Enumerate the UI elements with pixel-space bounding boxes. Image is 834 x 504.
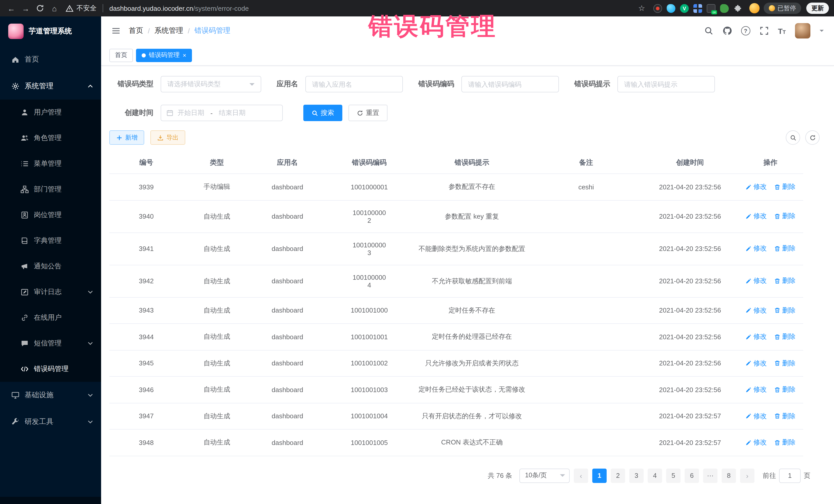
goto-page-input[interactable]	[779, 468, 800, 483]
sidebar-item-audit-logs[interactable]: 审计日志	[0, 279, 101, 305]
edit-link[interactable]: 修改	[745, 411, 767, 421]
forward-button[interactable]: →	[20, 2, 32, 14]
cell-code: 1001001003	[324, 376, 414, 403]
onetab-extension-icon[interactable]: on	[707, 4, 716, 13]
security-indicator[interactable]: 不安全	[66, 4, 96, 13]
edit-link[interactable]: 修改	[745, 212, 767, 221]
breadcrumb-home[interactable]: 首页	[129, 26, 143, 36]
paused-face-icon	[769, 5, 775, 11]
edit-link[interactable]: 修改	[745, 332, 767, 341]
code-input[interactable]	[461, 76, 559, 92]
refresh-table-button[interactable]	[805, 130, 820, 145]
tab-error-codes[interactable]: 错误码管理 ×	[136, 48, 192, 62]
update-button[interactable]: 更新	[806, 3, 829, 14]
collapse-menu-icon[interactable]	[111, 26, 120, 36]
cell-app: dashboard	[250, 429, 324, 456]
help-icon[interactable]: ?	[741, 26, 750, 36]
delete-icon	[774, 213, 781, 220]
sidebar-item-posts[interactable]: 岗位管理	[0, 202, 101, 228]
page-button-5[interactable]: 5	[666, 468, 681, 483]
more-pages-button[interactable]: ···	[703, 468, 718, 483]
check-extension-icon[interactable]: V	[680, 4, 689, 13]
edit-link[interactable]: 修改	[745, 182, 767, 192]
sidebar-item-dev-tools[interactable]: 研发工具	[0, 409, 101, 435]
edit-link[interactable]: 修改	[745, 277, 767, 286]
delete-link[interactable]: 删除	[774, 385, 795, 394]
breadcrumb-system[interactable]: 系统管理	[154, 26, 183, 36]
header-type: 类型	[183, 152, 250, 174]
sidebar-collapse-bar[interactable]	[0, 497, 101, 504]
app-input[interactable]	[305, 76, 403, 92]
delete-link[interactable]: 删除	[774, 212, 795, 221]
back-button[interactable]: ←	[5, 2, 18, 14]
show-search-button[interactable]	[786, 130, 800, 145]
page-button-6[interactable]: 6	[685, 468, 699, 483]
sidebar-item-error-codes[interactable]: 错误码管理	[0, 356, 101, 382]
header-remark: 备注	[530, 152, 642, 174]
close-tab-icon[interactable]: ×	[183, 52, 186, 58]
sidebar-item-sms[interactable]: 短信管理	[0, 330, 101, 356]
drop-extension-icon[interactable]	[667, 4, 675, 13]
tab-home[interactable]: 首页	[109, 48, 133, 62]
edit-link[interactable]: 修改	[745, 358, 767, 368]
reload-button[interactable]	[34, 2, 46, 14]
leaf-extension-icon[interactable]	[720, 4, 729, 13]
cell-actions: 修改删除	[738, 376, 803, 403]
delete-link[interactable]: 删除	[774, 306, 795, 315]
reset-button[interactable]: 重置	[349, 105, 388, 121]
page-button-3[interactable]: 3	[629, 468, 643, 483]
cell-type: 自动生成	[183, 429, 250, 456]
page-button-1[interactable]: 1	[592, 468, 607, 483]
export-button[interactable]: 导出	[150, 130, 185, 145]
delete-icon	[774, 439, 781, 446]
bookmark-star-icon[interactable]: ☆	[638, 4, 645, 13]
type-select[interactable]: 请选择错误码类型	[161, 76, 261, 92]
page-size-select[interactable]: 10条/页	[520, 468, 570, 483]
delete-link[interactable]: 删除	[774, 244, 795, 253]
font-size-icon[interactable]: TT	[778, 27, 786, 35]
paused-badge[interactable]: 已暂停	[764, 3, 801, 14]
delete-link[interactable]: 删除	[774, 277, 795, 286]
page-button-4[interactable]: 4	[648, 468, 662, 483]
delete-link[interactable]: 删除	[774, 182, 795, 192]
github-icon[interactable]	[722, 26, 731, 36]
extensions-puzzle-icon[interactable]	[733, 4, 742, 13]
date-range-picker[interactable]: 开始日期 - 结束日期	[161, 105, 283, 121]
sidebar-item-menus[interactable]: 菜单管理	[0, 151, 101, 177]
edit-link[interactable]: 修改	[745, 438, 767, 447]
sidebar-item-departments[interactable]: 部门管理	[0, 177, 101, 202]
edit-link[interactable]: 修改	[745, 244, 767, 253]
home-button[interactable]: ⌂	[48, 2, 61, 14]
cell-remark	[530, 265, 642, 297]
fullscreen-icon[interactable]	[759, 26, 769, 36]
record-extension-icon[interactable]	[653, 4, 662, 13]
delete-link[interactable]: 删除	[774, 438, 795, 447]
user-avatar[interactable]	[795, 23, 810, 39]
avatar-chevron-icon[interactable]	[820, 30, 824, 34]
add-button[interactable]: 新增	[109, 130, 144, 145]
sidebar-item-online-users[interactable]: 在线用户	[0, 305, 101, 330]
sidebar-item-system[interactable]: 系统管理	[0, 73, 101, 100]
msg-input[interactable]	[617, 76, 715, 92]
delete-link[interactable]: 删除	[774, 332, 795, 341]
browser-profile-avatar[interactable]	[749, 3, 760, 13]
sidebar-item-dictionary[interactable]: 字典管理	[0, 228, 101, 254]
cell-type: 自动生成	[183, 403, 250, 429]
prev-page-button[interactable]: ‹	[574, 468, 588, 483]
app-logo[interactable]: 芋道管理系统	[0, 17, 101, 46]
page-button-8[interactable]: 8	[722, 468, 736, 483]
sidebar-item-roles[interactable]: 角色管理	[0, 125, 101, 151]
sidebar-item-notices[interactable]: 通知公告	[0, 254, 101, 279]
edit-link[interactable]: 修改	[745, 306, 767, 315]
next-page-button[interactable]: ›	[740, 468, 754, 483]
search-button[interactable]: 搜索	[303, 105, 342, 121]
sidebar-item-infrastructure[interactable]: 基础设施	[0, 382, 101, 409]
sidebar-item-users[interactable]: 用户管理	[0, 100, 101, 125]
page-button-2[interactable]: 2	[611, 468, 625, 483]
delete-link[interactable]: 删除	[774, 411, 795, 421]
delete-link[interactable]: 删除	[774, 358, 795, 368]
edit-link[interactable]: 修改	[745, 385, 767, 394]
grid-extension-icon[interactable]	[694, 4, 702, 13]
sidebar-item-home[interactable]: 首页	[0, 46, 101, 73]
search-icon[interactable]	[704, 26, 713, 36]
